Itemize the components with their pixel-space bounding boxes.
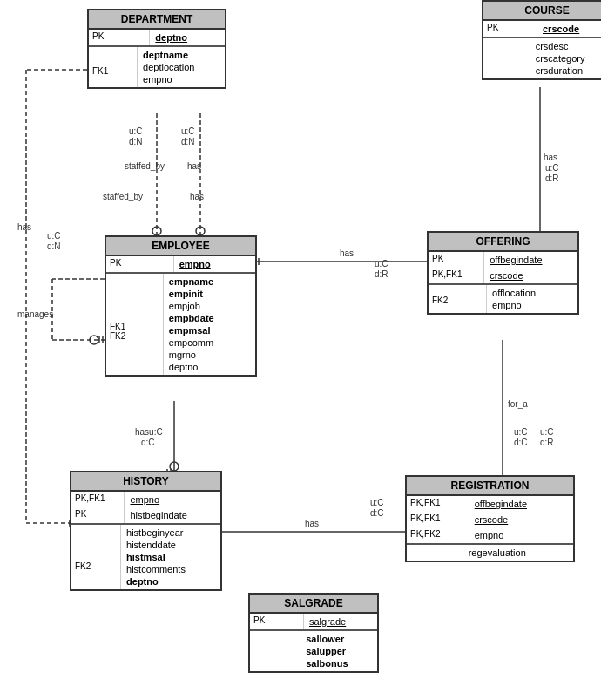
sal-pk-key: PK: [250, 614, 304, 629]
dept-fields: deptname deptlocation empno: [138, 47, 225, 87]
reg-pk1-field: offbegindate: [469, 496, 573, 512]
label-dn1: d:N: [129, 137, 143, 146]
reg-f1-key: [407, 545, 463, 561]
label-has-emp-off: has: [340, 248, 354, 258]
emp-empmsal: empmsal: [169, 324, 250, 336]
emp-empno: empno: [179, 258, 250, 270]
off-offbegindate: offbegindate: [490, 254, 572, 266]
reg-pk3-field: empno: [469, 527, 573, 543]
course-crsdesc: crsdesc: [536, 40, 601, 52]
dept-deptname: deptname: [143, 49, 219, 61]
entity-salgrade-header: SALGRADE: [250, 595, 377, 614]
reg-fields: regevaluation: [463, 545, 573, 561]
sal-salbonus: salbonus: [306, 657, 372, 669]
entity-employee-header: EMPLOYEE: [106, 237, 255, 256]
label-dc7: d:C: [514, 438, 528, 447]
entity-department: DEPARTMENT PK deptno FK1 deptname deptlo…: [87, 9, 226, 89]
off-fk2-key: FK2: [429, 285, 487, 313]
off-pk1-field: offbegindate: [484, 252, 577, 268]
label-dr5: d:R: [545, 173, 559, 183]
off-offlocation: offlocation: [492, 287, 572, 299]
label-dc: d:C: [141, 438, 155, 447]
dept-empno: empno: [143, 73, 219, 85]
emp-empname: empname: [169, 275, 250, 288]
label-staffed-by: staffed_by: [125, 161, 165, 171]
label-uc7: u:C: [514, 427, 528, 437]
label-has-dept-emp: has: [187, 161, 201, 171]
hist-fields: histbeginyear histenddate histmsal histc…: [121, 525, 220, 589]
label-fora: for_a: [508, 399, 528, 409]
emp-empcomm: empcomm: [169, 336, 250, 349]
emp-pk-field: empno: [174, 256, 255, 272]
dept-pk-key: PK: [89, 30, 150, 45]
label-dr4: d:R: [375, 269, 388, 279]
label-uc6: u:C: [370, 498, 384, 507]
svg-point-1: [152, 227, 161, 235]
emp-empbdate: empbdate: [169, 312, 250, 324]
emp-deptno: deptno: [169, 361, 250, 373]
hist-histenddate: histenddate: [126, 539, 215, 551]
hist-pk2-key: PK: [71, 507, 125, 523]
course-pk-field: crscode: [537, 21, 601, 37]
off-pk1-key: PK: [429, 252, 484, 268]
label-dn3: d:N: [47, 241, 61, 251]
sal-sallower: sallower: [306, 633, 372, 645]
label-staffed-by-text: staffed_by: [103, 192, 143, 201]
label-uc4: u:C: [375, 259, 388, 268]
reg-pk2-field: crscode: [469, 512, 573, 527]
entity-history: HISTORY PK,FK1 empno PK histbegindate FK…: [70, 471, 222, 591]
off-crscode: crscode: [490, 269, 572, 282]
erd-diagram: staffed_by has u:C d:N u:C d:N staffed_b…: [0, 0, 601, 700]
entity-registration: REGISTRATION PK,FK1 offbegindate PK,FK1 …: [405, 475, 575, 562]
label-has-course-off: has: [544, 153, 557, 162]
emp-pk-key: PK: [106, 256, 174, 272]
course-crscode: crscode: [543, 23, 601, 35]
emp-empjob: empjob: [169, 300, 250, 312]
course-pk-key: PK: [483, 21, 537, 37]
entity-history-header: HISTORY: [71, 472, 220, 492]
off-pk2-field: crscode: [484, 268, 577, 283]
hist-fk2-key: FK2: [71, 525, 121, 589]
emp-fields: empname empinit empjob empbdate empmsal …: [164, 274, 255, 375]
label-uc3: u:C: [47, 231, 61, 241]
label-has-left: has: [17, 222, 31, 232]
reg-pk1-key: PK,FK1: [407, 496, 469, 512]
off-empno: empno: [492, 299, 572, 311]
hist-histcomments: histcomments: [126, 563, 215, 575]
sal-salupper: salupper: [306, 645, 372, 657]
emp-mgrno: mgrno: [169, 349, 250, 361]
dept-pk-field: deptno: [150, 30, 225, 45]
entity-salgrade: SALGRADE PK salgrade sallower salupper s…: [248, 593, 379, 673]
dept-deptlocation: deptlocation: [143, 61, 219, 73]
svg-point-14: [90, 336, 98, 344]
label-uc8: u:C: [540, 427, 554, 437]
entity-course: COURSE PK crscode crsdesc crscategory cr…: [482, 0, 601, 80]
hist-pk2-field: histbegindate: [125, 507, 220, 523]
hist-histbeginyear: histbeginyear: [126, 527, 215, 539]
hist-pk1-field: empno: [125, 492, 220, 507]
hist-pk1-key: PK,FK1: [71, 492, 125, 507]
label-has-dept: has: [190, 192, 204, 201]
dept-deptno: deptno: [155, 31, 219, 44]
label-dr8: d:R: [540, 438, 554, 447]
label-manages: manages: [17, 309, 53, 319]
label-dn2: d:N: [181, 137, 195, 146]
hist-empno: empno: [130, 493, 215, 506]
course-crscategory: crscategory: [536, 52, 601, 65]
emp-fk-key: FK1FK2: [106, 274, 164, 375]
off-pk2-key: PK,FK1: [429, 268, 484, 283]
reg-pk2-key: PK,FK1: [407, 512, 469, 527]
off-fields: offlocation empno: [487, 285, 577, 313]
reg-offbegindate: offbegindate: [475, 498, 568, 510]
entity-employee: EMPLOYEE PK empno FK1FK2 empname empinit…: [105, 235, 257, 377]
entity-offering: OFFERING PK offbegindate PK,FK1 crscode …: [427, 231, 579, 315]
hist-histmsal: histmsal: [126, 551, 215, 563]
dept-fk1-key: FK1: [89, 47, 138, 87]
label-uc5: u:C: [545, 163, 559, 173]
entity-offering-header: OFFERING: [429, 233, 577, 252]
reg-empno: empno: [475, 529, 568, 541]
label-has-hist-reg: has: [305, 519, 319, 528]
svg-point-3: [196, 227, 205, 235]
label-uc2: u:C: [181, 126, 195, 136]
label-uc1: u:C: [129, 126, 143, 136]
